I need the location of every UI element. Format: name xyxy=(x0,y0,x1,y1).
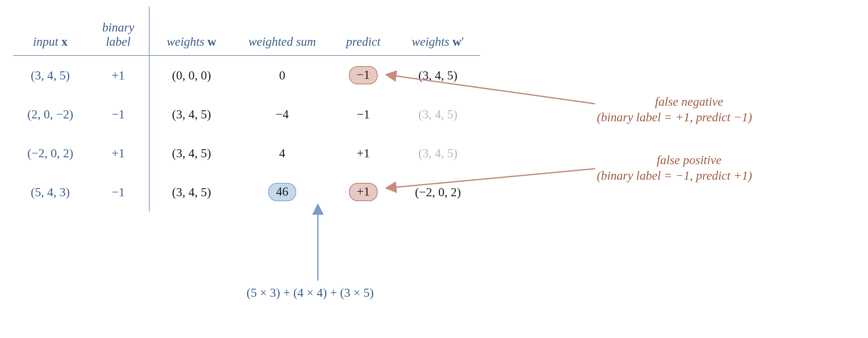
cell-label: +1 xyxy=(88,56,149,95)
col-weights-prime: weights w′ xyxy=(396,6,480,56)
table-row: (5, 4, 3) −1 (3, 4, 5) 46 +1 (−2, 0, 2) xyxy=(13,173,480,212)
cell-predict: −1 xyxy=(331,95,396,134)
wsum-callout-pill: 46 xyxy=(268,183,296,201)
col-weights2-sym: w xyxy=(453,35,461,48)
cell-input: (3, 4, 5) xyxy=(13,56,88,95)
table-row: (2, 0, −2) −1 (3, 4, 5) −4 −1 (3, 4, 5) xyxy=(13,95,480,134)
cell-wprime: (3, 4, 5) xyxy=(396,95,480,134)
cell-input: (2, 0, −2) xyxy=(13,95,88,134)
predict-error-pill: −1 xyxy=(349,66,378,84)
weighted-sum-formula: (5 × 3) + (4 × 4) + (3 × 5) xyxy=(247,285,374,300)
cell-weights: (3, 4, 5) xyxy=(149,134,234,173)
col-binary-l1: binary xyxy=(97,20,140,34)
cell-wsum: 46 xyxy=(234,173,331,212)
cell-weights: (3, 4, 5) xyxy=(149,95,234,134)
cell-predict: +1 xyxy=(331,173,396,212)
col-binary-label: binary label xyxy=(88,6,149,56)
perceptron-table: input x binary label weights w weighted … xyxy=(13,6,480,212)
col-weights2-label: weights xyxy=(412,35,453,48)
annotation-false-positive: false positive (binary label = −1, predi… xyxy=(597,152,752,183)
annotation-fp-title: false positive xyxy=(626,152,752,168)
table-header-row: input x binary label weights w weighted … xyxy=(13,6,480,56)
annotation-false-negative: false negative (binary label = +1, predi… xyxy=(597,94,752,125)
cell-wsum: −4 xyxy=(234,95,331,134)
col-predict: predict xyxy=(331,6,396,56)
table-row: (−2, 0, 2) +1 (3, 4, 5) 4 +1 (3, 4, 5) xyxy=(13,134,480,173)
cell-label: −1 xyxy=(88,95,149,134)
cell-weights: (3, 4, 5) xyxy=(149,173,234,212)
col-input-sym: x xyxy=(61,35,67,48)
cell-wsum: 0 xyxy=(234,56,331,95)
cell-wprime: (3, 4, 5) xyxy=(396,134,480,173)
col-weights-sym: w xyxy=(208,35,216,48)
annotation-fn-title: false negative xyxy=(626,94,752,110)
col-input-label: input xyxy=(33,35,62,48)
col-weights: weights w xyxy=(149,6,234,56)
annotation-fn-detail: (binary label = +1, predict −1) xyxy=(597,110,752,125)
table-row: (3, 4, 5) +1 (0, 0, 0) 0 −1 (3, 4, 5) xyxy=(13,56,480,95)
annotation-fp-detail: (binary label = −1, predict +1) xyxy=(597,168,752,184)
cell-weights: (0, 0, 0) xyxy=(149,56,234,95)
diagram-root: input x binary label weights w weighted … xyxy=(0,0,868,338)
col-weights-label: weights xyxy=(167,35,208,48)
cell-wprime: (−2, 0, 2) xyxy=(396,173,480,212)
cell-wprime: (3, 4, 5) xyxy=(396,56,480,95)
col-wsum: weighted sum xyxy=(234,6,331,56)
predict-error-pill: +1 xyxy=(349,183,378,201)
cell-input: (−2, 0, 2) xyxy=(13,134,88,173)
cell-label: +1 xyxy=(88,134,149,173)
cell-input: (5, 4, 3) xyxy=(13,173,88,212)
cell-label: −1 xyxy=(88,173,149,212)
cell-predict: −1 xyxy=(331,56,396,95)
col-binary-l2: label xyxy=(97,34,140,49)
cell-wsum: 4 xyxy=(234,134,331,173)
cell-predict: +1 xyxy=(331,134,396,173)
col-weights2-prime: ′ xyxy=(461,35,464,48)
col-input: input x xyxy=(13,6,88,56)
